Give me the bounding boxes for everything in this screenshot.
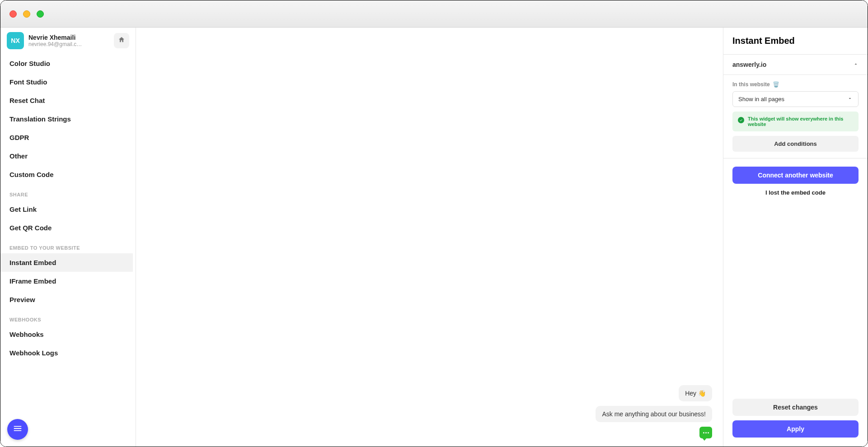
chevron-up-icon <box>853 61 859 68</box>
sidebar-item-get-link[interactable]: Get Link <box>0 200 133 219</box>
chat-bubble-prompt: Ask me anything about our business! <box>596 406 712 422</box>
sidebar-item-reset-chat[interactable]: Reset Chat <box>0 91 133 110</box>
sidebar-item-gdpr[interactable]: GDPR <box>0 128 133 147</box>
home-button[interactable] <box>114 33 129 48</box>
sidebar-item-color-studio[interactable]: Color Studio <box>0 54 133 73</box>
window-titlebar <box>0 0 868 28</box>
select-value: Show in all pages <box>738 96 784 102</box>
apply-button[interactable]: Apply <box>732 420 859 438</box>
sidebar-item-webhook-logs[interactable]: Webhook Logs <box>0 344 133 362</box>
sidebar-section-share: Share <box>0 184 133 200</box>
sidebar-item-font-studio[interactable]: Font Studio <box>0 73 133 91</box>
window-minimize-button[interactable] <box>23 10 30 18</box>
sidebar-item-instant-embed[interactable]: Instant Embed <box>0 253 133 272</box>
chat-widget-preview: Hey 👋 Ask me anything about our business… <box>596 385 712 438</box>
sidebar-header: NX Nevrie Xhemaili nevriee.94@gmail.c… <box>0 28 136 54</box>
window-close-button[interactable] <box>9 10 17 18</box>
widget-info-box: This widget will show everywhere in this… <box>732 112 859 131</box>
home-icon <box>118 36 125 45</box>
sidebar-scroll[interactable]: Color Studio Font Studio Reset Chat Tran… <box>0 54 136 447</box>
in-this-website-label: In this website 🗑️ <box>732 81 859 88</box>
sidebar-item-get-qr-code[interactable]: Get QR Code <box>0 219 133 237</box>
sidebar-item-preview[interactable]: Preview <box>0 290 133 309</box>
window-maximize-button[interactable] <box>37 10 44 18</box>
sidebar-section-embed: Embed to your website <box>0 237 133 253</box>
chevron-down-icon <box>847 96 853 102</box>
user-name: Nevrie Xhemaili <box>28 34 109 41</box>
website-domain-label: answerly.io <box>732 61 766 68</box>
reset-changes-button[interactable]: Reset changes <box>732 399 859 416</box>
sidebar-section-webhooks: Webhooks <box>0 309 133 325</box>
sidebar-item-translation-strings[interactable]: Translation Strings <box>0 110 133 128</box>
chat-launcher-button[interactable] <box>699 427 712 438</box>
widget-info-text: This widget will show everywhere in this… <box>748 116 853 127</box>
chat-bubble-greeting: Hey 👋 <box>679 385 712 401</box>
main-preview-area: Hey 👋 Ask me anything about our business… <box>136 28 723 447</box>
page-scope-select[interactable]: Show in all pages <box>732 91 859 107</box>
right-panel: Instant Embed answerly.io In this websit… <box>723 28 868 447</box>
panel-title: Instant Embed <box>723 28 868 55</box>
sidebar: NX Nevrie Xhemaili nevriee.94@gmail.c… C… <box>0 28 136 447</box>
avatar[interactable]: NX <box>7 32 24 49</box>
sidebar-item-other[interactable]: Other <box>0 147 133 165</box>
sidebar-item-custom-code[interactable]: Custom Code <box>0 165 133 184</box>
sidebar-item-iframe-embed[interactable]: IFrame Embed <box>0 272 133 290</box>
menu-icon <box>13 424 23 435</box>
trash-icon[interactable]: 🗑️ <box>773 81 779 88</box>
website-accordion-header[interactable]: answerly.io <box>723 55 868 75</box>
add-conditions-button[interactable]: Add conditions <box>732 136 859 152</box>
check-icon <box>738 117 744 123</box>
chat-icon <box>703 432 709 433</box>
connect-another-website-button[interactable]: Connect another website <box>732 167 859 184</box>
website-settings-section: In this website 🗑️ Show in all pages Thi… <box>723 75 868 158</box>
panel-footer: Reset changes Apply <box>723 392 868 447</box>
menu-fab-button[interactable] <box>7 419 28 440</box>
connect-section: Connect another website I lost the embed… <box>723 158 868 204</box>
lost-embed-code-link[interactable]: I lost the embed code <box>765 189 826 196</box>
sidebar-item-webhooks[interactable]: Webhooks <box>0 325 133 344</box>
user-email: nevriee.94@gmail.c… <box>28 41 109 47</box>
